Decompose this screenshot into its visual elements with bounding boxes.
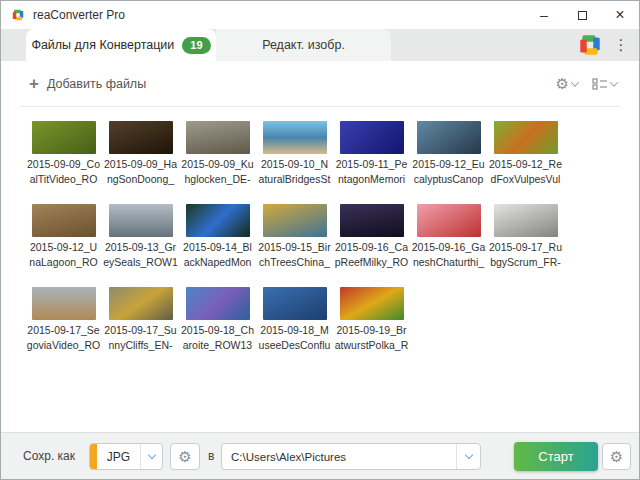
file-item[interactable]: 2015-09-13_GreySeals_ROW1 bbox=[102, 204, 179, 269]
file-name-line2: aturalBridgesSt bbox=[256, 173, 333, 187]
file-thumbnail[interactable] bbox=[109, 204, 173, 237]
file-name-line1: 2015-09-18_Ch bbox=[179, 324, 256, 338]
file-thumbnail[interactable] bbox=[32, 121, 96, 154]
brand-pinwheel-icon bbox=[577, 32, 603, 58]
gear-icon: ⚙ bbox=[610, 448, 623, 466]
file-thumbnail[interactable] bbox=[263, 121, 327, 154]
format-dropdown-toggle[interactable] bbox=[140, 444, 162, 469]
file-item[interactable]: 2015-09-14_BlackNapedMon bbox=[179, 204, 256, 269]
file-item[interactable]: 2015-09-09_Kuhglocken_DE- bbox=[179, 121, 256, 186]
file-name-line1: 2015-09-11_Pe bbox=[333, 158, 410, 172]
content-area: + Добавить файлы ⚙ bbox=[1, 61, 639, 433]
file-item[interactable]: 2015-09-16_GaneshChaturthi_ bbox=[410, 204, 487, 269]
file-name-line2: naLagoon_RO bbox=[25, 256, 102, 270]
start-button[interactable]: Старт bbox=[514, 442, 598, 471]
minimize-button[interactable]: – bbox=[525, 1, 563, 29]
file-name-line2: calyptusCanop bbox=[410, 173, 487, 187]
file-thumbnail[interactable] bbox=[263, 204, 327, 237]
file-name-line1: 2015-09-12_Eu bbox=[410, 158, 487, 172]
file-item[interactable]: 2015-09-12_UnaLagoon_RO bbox=[25, 204, 102, 269]
file-thumbnail[interactable] bbox=[186, 204, 250, 237]
file-name-line1: 2015-09-09_Ha bbox=[102, 158, 179, 172]
file-item[interactable]: 2015-09-12_RedFoxVulpesVul bbox=[487, 121, 564, 186]
file-item[interactable]: 2015-09-18_MuseeDesConflu bbox=[256, 287, 333, 352]
file-item[interactable]: 2015-09-19_BratwurstPolka_R bbox=[333, 287, 410, 352]
file-name-line2: goviaVideo_RO bbox=[25, 339, 102, 353]
file-name-line1: 2015-09-12_Re bbox=[487, 158, 564, 172]
tab-label: Редакт. изобр. bbox=[262, 38, 345, 52]
file-item[interactable]: 2015-09-17_SunnyCliffs_EN- bbox=[102, 287, 179, 352]
tab-label: Файлы для Конвертации bbox=[31, 38, 174, 52]
chevron-down-icon bbox=[464, 451, 472, 459]
file-item[interactable]: 2015-09-17_SegoviaVideo_RO bbox=[25, 287, 102, 352]
chevron-down-icon bbox=[147, 451, 155, 459]
file-name-line1: 2015-09-17_Se bbox=[25, 324, 102, 338]
file-name-line2: ntagonMemori bbox=[333, 173, 410, 187]
file-thumbnail[interactable] bbox=[186, 287, 250, 320]
add-files-button[interactable]: + Добавить файлы bbox=[29, 77, 146, 91]
menu-kebab-icon[interactable]: ⋮ bbox=[613, 36, 629, 54]
file-thumbnail[interactable] bbox=[109, 287, 173, 320]
file-name-line2: hglocken_DE- bbox=[179, 173, 256, 187]
file-name-line2: atwurstPolka_R bbox=[333, 339, 410, 353]
file-name-line1: 2015-09-12_U bbox=[25, 241, 102, 255]
file-item[interactable]: 2015-09-18_Charoite_ROW13 bbox=[179, 287, 256, 352]
file-thumbnail[interactable] bbox=[340, 287, 404, 320]
tab-edit-images[interactable]: Редакт. изобр. bbox=[216, 29, 391, 61]
file-name-line1: 2015-09-15_Bir bbox=[256, 241, 333, 255]
file-name-line2: useeDesConflu bbox=[256, 339, 333, 353]
file-name-line1: 2015-09-16_Ga bbox=[410, 241, 487, 255]
tab-files-for-conversion[interactable]: Файлы для Конвертации 19 bbox=[26, 29, 216, 61]
file-thumbnail[interactable] bbox=[109, 121, 173, 154]
file-item[interactable]: 2015-09-09_HangSonDoong_ bbox=[102, 121, 179, 186]
maximize-icon bbox=[578, 11, 587, 20]
file-item[interactable]: 2015-09-17_RubgyScrum_FR- bbox=[487, 204, 564, 269]
output-format-select[interactable]: JPG bbox=[89, 443, 163, 470]
maximize-button[interactable] bbox=[563, 1, 601, 29]
file-name-line1: 2015-09-16_Ca bbox=[333, 241, 410, 255]
file-name-line1: 2015-09-10_N bbox=[256, 158, 333, 172]
file-item[interactable]: 2015-09-15_BirchTreesChina_ bbox=[256, 204, 333, 269]
file-thumbnail[interactable] bbox=[340, 204, 404, 237]
file-name-line1: 2015-09-14_Bl bbox=[179, 241, 256, 255]
file-item[interactable]: 2015-09-11_PentagonMemori bbox=[333, 121, 410, 186]
file-thumbnail[interactable] bbox=[494, 204, 558, 237]
advanced-settings-button[interactable]: ⚙ bbox=[602, 443, 631, 470]
file-name-line2: chTreesChina_ bbox=[256, 256, 333, 270]
file-name-line2: aroite_ROW13 bbox=[179, 339, 256, 353]
file-item[interactable]: 2015-09-09_CoalTitVideo_RO bbox=[25, 121, 102, 186]
format-value: JPG bbox=[97, 450, 140, 464]
file-thumbnail[interactable] bbox=[417, 204, 481, 237]
close-button[interactable]: × bbox=[601, 1, 639, 29]
path-dropdown-toggle[interactable] bbox=[456, 444, 480, 469]
thumbnail-settings-button[interactable]: ⚙ bbox=[556, 75, 578, 93]
view-mode-icon bbox=[592, 77, 608, 90]
bottom-bar: Сохр. как JPG ⚙ в C:\Users\Alex\Pictures… bbox=[1, 432, 639, 479]
format-settings-button[interactable]: ⚙ bbox=[170, 443, 200, 470]
file-thumbnail[interactable] bbox=[32, 287, 96, 320]
file-name-line2: ackNapedMon bbox=[179, 256, 256, 270]
plus-icon: + bbox=[29, 77, 39, 91]
file-thumbnail[interactable] bbox=[186, 121, 250, 154]
chevron-down-icon bbox=[610, 78, 618, 86]
file-name-line2: ngSonDoong_ bbox=[102, 173, 179, 187]
view-mode-button[interactable] bbox=[592, 77, 617, 90]
app-logo-icon bbox=[11, 8, 25, 22]
output-path-value: C:\Users\Alex\Pictures bbox=[222, 451, 456, 463]
format-color-stripe bbox=[90, 444, 97, 469]
file-thumbnail[interactable] bbox=[32, 204, 96, 237]
file-name-line1: 2015-09-09_Co bbox=[25, 158, 102, 172]
file-thumbnail[interactable] bbox=[494, 121, 558, 154]
file-item[interactable]: 2015-09-10_NaturalBridgesSt bbox=[256, 121, 333, 186]
file-name-line2: alTitVideo_RO bbox=[25, 173, 102, 187]
file-item[interactable]: 2015-09-16_CapReefMilky_RO bbox=[333, 204, 410, 269]
file-thumbnail[interactable] bbox=[340, 121, 404, 154]
file-item[interactable]: 2015-09-12_EucalyptusCanop bbox=[410, 121, 487, 186]
file-thumbnail[interactable] bbox=[263, 287, 327, 320]
file-name-line1: 2015-09-17_Ru bbox=[487, 241, 564, 255]
add-files-label: Добавить файлы bbox=[47, 77, 146, 91]
file-thumbnail[interactable] bbox=[417, 121, 481, 154]
tab-bar: Файлы для Конвертации 19 Редакт. изобр. … bbox=[1, 29, 639, 61]
in-label: в bbox=[208, 449, 214, 463]
output-path-input[interactable]: C:\Users\Alex\Pictures bbox=[221, 443, 481, 470]
